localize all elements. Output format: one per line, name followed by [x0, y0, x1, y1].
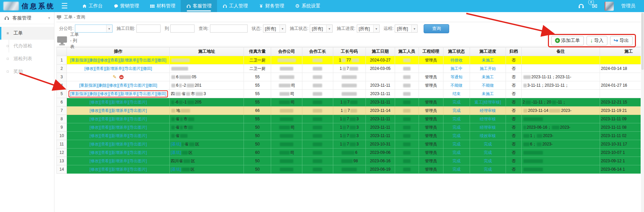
- sidebar-item-代办巡检[interactable]: 代办巡检: [0, 40, 54, 52]
- op-link[interactable]: [修改]: [90, 159, 100, 163]
- op-link[interactable]: [导出图片]: [129, 83, 147, 88]
- address-link[interactable]: [基坑]: [171, 142, 181, 146]
- op-link[interactable]: [新增派单]: [119, 91, 138, 96]
- address-link[interactable]: [基坑]: [171, 167, 181, 172]
- user-name[interactable]: 管理员: [621, 3, 635, 9]
- op-link[interactable]: [删除]: [88, 91, 99, 96]
- chevron-down-icon[interactable]: ▾: [280, 25, 286, 32]
- status-link[interactable]: 待接收: [450, 58, 463, 62]
- chevron-down-icon[interactable]: ▾: [411, 25, 417, 32]
- op-link[interactable]: [导出图片]: [123, 66, 142, 71]
- op-link[interactable]: [新增派单]: [110, 117, 129, 121]
- status-link[interactable]: 完成: [453, 150, 461, 155]
- progress-link[interactable]: 经理审核: [480, 108, 496, 113]
- filter-input-3[interactable]: [210, 25, 248, 33]
- filter-input-1[interactable]: [136, 25, 161, 33]
- op-link[interactable]: [查看]: [118, 83, 129, 88]
- chevron-down-icon[interactable]: ▾: [106, 25, 112, 32]
- filter-combo-6[interactable]: [所有]▾: [357, 25, 380, 33]
- op-link[interactable]: [导出图片]: [129, 125, 147, 130]
- op-link[interactable]: [新增派单]: [110, 167, 129, 172]
- progress-link[interactable]: 未施工: [482, 91, 494, 96]
- op-link[interactable]: [新增派单]: [105, 66, 124, 71]
- op-link[interactable]: [导出图片]: [129, 108, 147, 113]
- op-link[interactable]: [导出图片]: [138, 58, 156, 62]
- op-link[interactable]: [查看]: [100, 159, 110, 163]
- nav-item-工人管理[interactable]: 工人管理: [217, 0, 253, 12]
- op-link[interactable]: [查看]: [100, 142, 110, 146]
- filter-combo-0[interactable]: ▾: [75, 25, 113, 33]
- op-link[interactable]: [重新指派]: [70, 91, 89, 96]
- op-link[interactable]: [导出图片]: [129, 142, 147, 146]
- op-link[interactable]: [修改]: [90, 150, 100, 155]
- progress-link[interactable]: 完成: [484, 159, 492, 163]
- status-link[interactable]: 等通知: [450, 75, 463, 79]
- op-link[interactable]: [修改]: [90, 142, 100, 146]
- op-link[interactable]: [导出图片]: [129, 133, 147, 138]
- op-link[interactable]: [撤回]: [156, 91, 167, 96]
- progress-link[interactable]: 经理审核: [480, 125, 496, 130]
- op-link[interactable]: [导出图片]: [138, 91, 156, 96]
- op-link[interactable]: [修改]: [90, 117, 100, 121]
- status-link[interactable]: 完成: [453, 117, 461, 121]
- status-link[interactable]: 完成: [453, 133, 461, 138]
- op-link[interactable]: [修改]: [99, 58, 109, 62]
- progress-link[interactable]: 完成: [484, 150, 492, 155]
- progress-link[interactable]: 绩效审核: [480, 133, 496, 138]
- status-link[interactable]: 结束: [453, 91, 461, 96]
- op-link[interactable]: [导出图片]: [129, 117, 147, 121]
- scrollbar-thumb[interactable]: [641, 13, 644, 70]
- progress-link[interactable]: 经理审核: [480, 117, 496, 121]
- hamburger-menu-icon[interactable]: ☰: [61, 2, 68, 10]
- filter-combo-5[interactable]: [所有]▾: [310, 25, 333, 33]
- op-link[interactable]: [查看]: [109, 58, 120, 62]
- op-link[interactable]: [查看]: [100, 108, 110, 113]
- op-link[interactable]: [导出图片]: [129, 159, 147, 163]
- add-workorder-button[interactable]: +添加工单: [551, 36, 584, 45]
- op-link[interactable]: [新增派单]: [110, 150, 129, 155]
- progress-link[interactable]: 返工[经理审核]: [475, 100, 501, 104]
- op-link[interactable]: [导出图片]: [129, 150, 147, 155]
- op-link[interactable]: [重新指派]: [79, 83, 98, 88]
- op-link[interactable]: [导出图片]: [129, 167, 147, 172]
- op-link[interactable]: [撤回]: [147, 83, 157, 88]
- sidebar-item-奖励[interactable]: 奖励: [0, 65, 54, 78]
- messages-button[interactable]: 8 ✉: [592, 2, 597, 10]
- op-link[interactable]: [撤回]: [156, 58, 167, 62]
- op-link[interactable]: [查看]: [100, 167, 110, 172]
- op-link[interactable]: [查看]: [100, 125, 110, 130]
- op-link[interactable]: [修改]: [99, 91, 109, 96]
- filter-input-2[interactable]: [170, 25, 195, 33]
- support-headset-icon[interactable]: [578, 3, 585, 9]
- op-link[interactable]: [修改]: [84, 66, 95, 71]
- progress-link[interactable]: 完成: [484, 142, 492, 146]
- status-link[interactable]: 完成: [453, 125, 461, 130]
- op-link[interactable]: [新增派单]: [119, 58, 138, 62]
- op-link[interactable]: [修改]: [90, 133, 100, 138]
- op-link[interactable]: [新增派单]: [110, 159, 129, 163]
- filter-combo-4[interactable]: [所有]▾: [263, 25, 286, 33]
- chevron-down-icon[interactable]: ▾: [326, 25, 332, 32]
- import-button[interactable]: ↓导入: [587, 36, 607, 45]
- op-link[interactable]: [查看]: [100, 117, 110, 121]
- status-link[interactable]: 完成: [453, 142, 461, 146]
- op-link[interactable]: [新增派单]: [110, 133, 129, 138]
- progress-link[interactable]: 未施工: [482, 75, 494, 79]
- op-link[interactable]: [查看]: [100, 150, 110, 155]
- op-link[interactable]: [新增派单]: [110, 142, 129, 146]
- sidebar-item-巡检列表[interactable]: 巡检列表: [0, 52, 54, 65]
- op-link[interactable]: [修改]: [90, 100, 100, 104]
- status-link[interactable]: 完成: [453, 159, 461, 163]
- op-link[interactable]: [修改]: [90, 125, 100, 130]
- op-link[interactable]: [查看]: [100, 133, 110, 138]
- op-link[interactable]: [新增派单]: [110, 100, 129, 104]
- op-link[interactable]: [修改]: [108, 83, 118, 88]
- op-link[interactable]: [重新指派]: [70, 58, 89, 62]
- nav-item-客服管理[interactable]: 客服管理: [181, 0, 217, 12]
- progress-link[interactable]: 不能做: [482, 83, 494, 88]
- forbidden-icon[interactable]: [119, 75, 124, 79]
- status-link[interactable]: 施工中: [450, 66, 463, 71]
- op-link[interactable]: [修改]: [90, 167, 100, 172]
- status-link[interactable]: 完成: [453, 108, 461, 113]
- op-link[interactable]: [新增派单]: [110, 108, 129, 113]
